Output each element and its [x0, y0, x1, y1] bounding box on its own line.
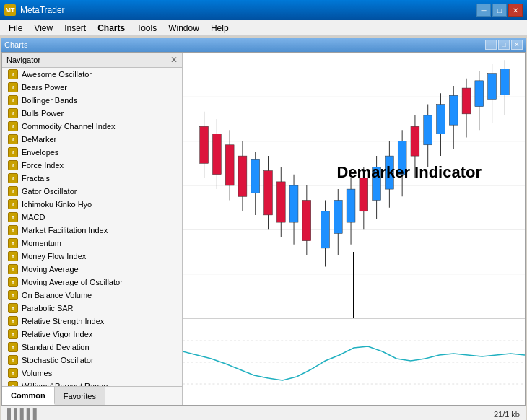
nav-item-icon: f	[8, 264, 18, 274]
nav-item-icon: f	[8, 121, 18, 131]
nav-item-label: Fractals	[22, 174, 50, 183]
nav-item[interactable]: fMoving Average	[2, 263, 182, 276]
inner-minimize-button[interactable]: ─	[485, 40, 497, 50]
nav-item-label: Bollinger Bands	[22, 96, 77, 105]
nav-item[interactable]: fMomentum	[2, 237, 182, 250]
navigator-tabs: Common Favorites	[2, 386, 182, 405]
nav-item[interactable]: fWilliams' Percent Range	[2, 380, 182, 386]
nav-item[interactable]: fCommodity Channel Index	[2, 120, 182, 133]
nav-item-label: MACD	[22, 213, 45, 222]
navigator-close-icon[interactable]: ✕	[170, 55, 178, 65]
nav-item-label: Awesome Oscillator	[22, 70, 92, 79]
status-bar: ▌▌▌▌▌ 21/1 kb	[1, 406, 526, 420]
menu-bar: File View Insert Charts Tools Window Hel…	[0, 20, 527, 36]
nav-item[interactable]: fStandard Deviation	[2, 341, 182, 354]
close-button[interactable]: ✕	[508, 4, 523, 17]
nav-item-label: Ichimoku Kinko Hyo	[22, 200, 92, 209]
nav-item-label: Money Flow Index	[22, 252, 86, 261]
nav-item[interactable]: fMarket Facilitation Index	[2, 224, 182, 237]
nav-item-label: Bears Power	[22, 83, 67, 92]
navigator-list[interactable]: fAwesome OscillatorfBears PowerfBollinge…	[2, 68, 182, 386]
menu-insert[interactable]: Insert	[58, 22, 92, 35]
nav-item[interactable]: fMACD	[2, 211, 182, 224]
nav-item[interactable]: fMoving Average of Oscillator	[2, 276, 182, 289]
title-bar: MT MetaTrader ─ □ ✕	[0, 0, 527, 20]
nav-item-icon: f	[8, 238, 18, 248]
menu-view[interactable]: View	[28, 22, 58, 35]
svg-rect-7	[200, 126, 209, 163]
status-info: 21/1 kb	[494, 410, 520, 419]
candlestick-chart[interactable]: Demarker Indicator	[183, 53, 525, 318]
menu-file[interactable]: File	[3, 22, 28, 35]
svg-rect-39	[411, 126, 419, 156]
nav-item-label: Moving Average	[22, 265, 79, 274]
svg-rect-49	[475, 81, 484, 107]
nav-item[interactable]: fIchimoku Kinko Hyo	[2, 198, 182, 211]
nav-item-icon: f	[8, 316, 18, 326]
inner-title-bar: Charts ─ □ ✕	[1, 38, 526, 52]
nav-item-label: Volumes	[22, 369, 52, 377]
nav-item-icon: f	[8, 69, 18, 79]
app-title: MetaTrader	[20, 5, 65, 15]
svg-rect-43	[437, 105, 445, 134]
svg-rect-17	[264, 171, 273, 215]
inner-close-button[interactable]: ✕	[511, 40, 523, 50]
tab-common[interactable]: Common	[2, 387, 55, 405]
svg-rect-11	[225, 145, 234, 185]
nav-item[interactable]: fBulls Power	[2, 107, 182, 120]
svg-rect-15	[251, 159, 260, 193]
title-bar-left: MT MetaTrader	[4, 4, 65, 16]
nav-item-icon: f	[8, 147, 18, 157]
menu-charts[interactable]: Charts	[92, 22, 131, 35]
nav-item[interactable]: fAwesome Oscillator	[2, 68, 182, 81]
nav-item-icon: f	[8, 160, 18, 170]
maximize-button[interactable]: □	[492, 4, 507, 17]
nav-item[interactable]: fStochastic Oscillator	[2, 354, 182, 367]
nav-item-icon: f	[8, 186, 18, 196]
nav-item[interactable]: fRelative Vigor Index	[2, 328, 182, 341]
svg-rect-21	[289, 185, 298, 222]
nav-item[interactable]: fOn Balance Volume	[2, 289, 182, 302]
main-content: Navigator ✕ fAwesome OscillatorfBears Po…	[1, 52, 526, 406]
nav-item[interactable]: fParabolic SAR	[2, 302, 182, 315]
svg-rect-27	[334, 200, 342, 233]
nav-item-label: Envelopes	[22, 148, 58, 157]
svg-rect-37	[398, 141, 406, 175]
nav-item-label: Momentum	[22, 239, 61, 248]
nav-item-label: Market Facilitation Index	[22, 226, 108, 235]
minimize-button[interactable]: ─	[476, 4, 491, 17]
nav-item[interactable]: fRelative Strength Index	[2, 315, 182, 328]
svg-rect-9	[212, 134, 221, 174]
nav-item[interactable]: fBollinger Bands	[2, 94, 182, 107]
svg-rect-25	[321, 211, 330, 248]
chart-area: Demarker Indicator	[183, 53, 525, 405]
nav-item[interactable]: fEnvelopes	[2, 146, 182, 159]
status-left: ▌▌▌▌▌	[7, 408, 40, 420]
nav-item-label: Moving Average of Oscillator	[22, 278, 123, 286]
nav-item-label: Force Index	[22, 161, 64, 170]
nav-item[interactable]: fDeMarker	[2, 133, 182, 146]
svg-rect-53	[500, 69, 509, 95]
nav-item[interactable]: fVolumes	[2, 367, 182, 380]
menu-tools[interactable]: Tools	[131, 22, 162, 35]
nav-item[interactable]: fBears Power	[2, 81, 182, 94]
inner-maximize-button[interactable]: □	[498, 40, 510, 50]
nav-item[interactable]: fMoney Flow Index	[2, 250, 182, 263]
svg-rect-45	[449, 95, 458, 125]
chart-svg	[183, 53, 525, 318]
nav-item[interactable]: fForce Index	[2, 159, 182, 172]
svg-rect-51	[488, 74, 497, 100]
nav-item[interactable]: fGator Oscillator	[2, 185, 182, 198]
nav-item-label: On Balance Volume	[22, 291, 92, 299]
navigator-header: Navigator ✕	[2, 53, 182, 68]
tab-favorites[interactable]: Favorites	[55, 387, 105, 405]
svg-rect-13	[238, 156, 247, 196]
nav-item-icon: f	[8, 108, 18, 118]
nav-item-label: Bulls Power	[22, 109, 64, 118]
nav-item[interactable]: fFractals	[2, 172, 182, 185]
svg-rect-19	[276, 182, 285, 222]
menu-help[interactable]: Help	[205, 22, 235, 35]
svg-rect-47	[462, 88, 471, 114]
menu-window[interactable]: Window	[162, 22, 205, 35]
inner-title-controls: ─ □ ✕	[485, 40, 523, 50]
